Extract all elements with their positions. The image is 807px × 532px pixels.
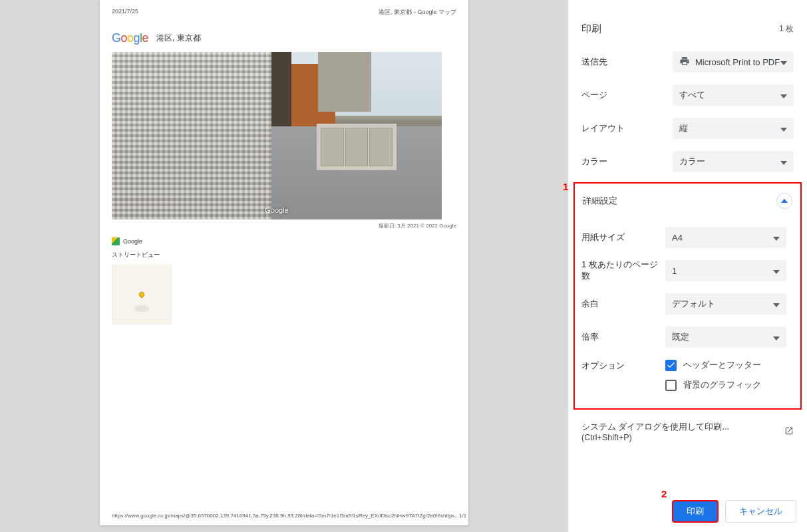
photo-caption: 撮影日: 3月 2021 © 2021 Google: [112, 222, 456, 229]
scale-select[interactable]: 既定: [665, 327, 786, 348]
scale-label: 倍率: [581, 332, 665, 343]
chevron-down-icon: [773, 299, 780, 309]
panel-title: 印刷: [581, 23, 601, 35]
panel-title-row: 印刷 1 枚: [581, 12, 794, 45]
external-link-icon: [784, 426, 794, 438]
destination-select[interactable]: Microsoft Print to PDF: [673, 51, 794, 72]
streetview-label: ストリートビュー: [112, 251, 456, 259]
streetview-thumbnail: [112, 265, 172, 325]
advanced-label: 詳細設定: [583, 195, 617, 207]
chevron-down-icon: [780, 57, 787, 67]
pages-per-sheet-value: 1: [672, 266, 677, 276]
background-graphics-checkbox[interactable]: [665, 380, 677, 391]
chevron-down-icon: [773, 332, 780, 342]
annotation-2: 2: [661, 488, 667, 499]
margin-value: デフォルト: [672, 298, 715, 310]
location-title: 港区, 東京都: [156, 33, 201, 44]
pegman-icon: [138, 291, 145, 298]
chevron-down-icon: [780, 124, 787, 134]
header-footer-option: ヘッダーとフッター: [683, 359, 761, 371]
margin-label: 余白: [581, 299, 665, 310]
pages-value: すべて: [679, 89, 705, 101]
scale-value: 既定: [672, 331, 689, 343]
advanced-settings-box: 1 詳細設定 用紙サイズ A4 1 枚あたりのページ数 1 余白 デフォルト: [573, 182, 802, 410]
pages-per-sheet-label: 1 枚あたりのページ数: [581, 259, 665, 282]
header-title: 港区, 東京都 - Google マップ: [379, 8, 456, 17]
pages-per-sheet-select[interactable]: 1: [665, 260, 786, 281]
google-logo: Google: [112, 31, 148, 45]
page-count: 1 枚: [779, 23, 794, 35]
destination-value: Microsoft Print to PDF: [695, 57, 780, 67]
collapse-button[interactable]: [776, 193, 792, 209]
printer-icon: [679, 56, 695, 68]
footer-url: https://www.google.co.jp/maps/@35.657000…: [112, 513, 459, 519]
header-footer-checkbox[interactable]: [665, 360, 677, 371]
cancel-button-label: キャンセル: [739, 505, 782, 517]
destination-label: 送信先: [581, 56, 607, 68]
photo-watermark: Google: [265, 206, 288, 214]
color-value: カラー: [679, 156, 705, 168]
page-header: 2021/7/25 港区, 東京都 - Google マップ: [112, 8, 456, 17]
provider-row: Google: [112, 237, 456, 245]
footer-buttons: 2 印刷 キャンセル: [672, 500, 796, 523]
annotation-1: 1: [563, 181, 568, 192]
system-dialog-link[interactable]: システム ダイアログを使用して印刷... (Ctrl+Shift+P): [568, 410, 807, 454]
header-date: 2021/7/25: [112, 8, 138, 17]
layout-label: レイアウト: [581, 122, 625, 134]
print-button-label: 印刷: [687, 505, 704, 517]
print-preview-area: 2021/7/25 港区, 東京都 - Google マップ Google 港区…: [0, 0, 568, 532]
margin-select[interactable]: デフォルト: [665, 293, 786, 315]
chevron-down-icon: [773, 233, 780, 243]
streetview-photo: Google: [112, 52, 442, 219]
cancel-button[interactable]: キャンセル: [725, 500, 796, 523]
chevron-down-icon: [780, 90, 787, 100]
paper-size-label: 用紙サイズ: [581, 232, 665, 243]
print-button[interactable]: 2 印刷: [672, 500, 719, 523]
paper-size-value: A4: [672, 233, 683, 243]
pages-label: ページ: [581, 89, 607, 101]
layout-value: 縦: [679, 122, 688, 134]
layout-select[interactable]: 縦: [673, 118, 794, 139]
print-panel: 印刷 1 枚 送信先 Microsoft Print to PDF ページ すべ…: [568, 0, 807, 532]
title-row: Google 港区, 東京都: [112, 31, 456, 45]
chevron-down-icon: [780, 157, 787, 167]
color-label: カラー: [581, 156, 607, 168]
provider-icon: [112, 237, 120, 245]
footer-page-num: 1/1: [459, 513, 466, 519]
provider-name: Google: [123, 238, 142, 245]
chevron-down-icon: [773, 266, 780, 276]
color-select[interactable]: カラー: [673, 151, 794, 172]
pages-select[interactable]: すべて: [673, 84, 794, 106]
page-footer: https://www.google.co.jp/maps/@35.657000…: [112, 513, 456, 519]
paper-size-select[interactable]: A4: [665, 227, 786, 248]
system-dialog-text: システム ダイアログを使用して印刷... (Ctrl+Shift+P): [581, 422, 779, 442]
options-label: オプション: [581, 360, 665, 372]
background-graphics-option: 背景のグラフィック: [683, 379, 761, 391]
preview-page: 2021/7/25 港区, 東京都 - Google マップ Google 港区…: [100, 0, 468, 525]
